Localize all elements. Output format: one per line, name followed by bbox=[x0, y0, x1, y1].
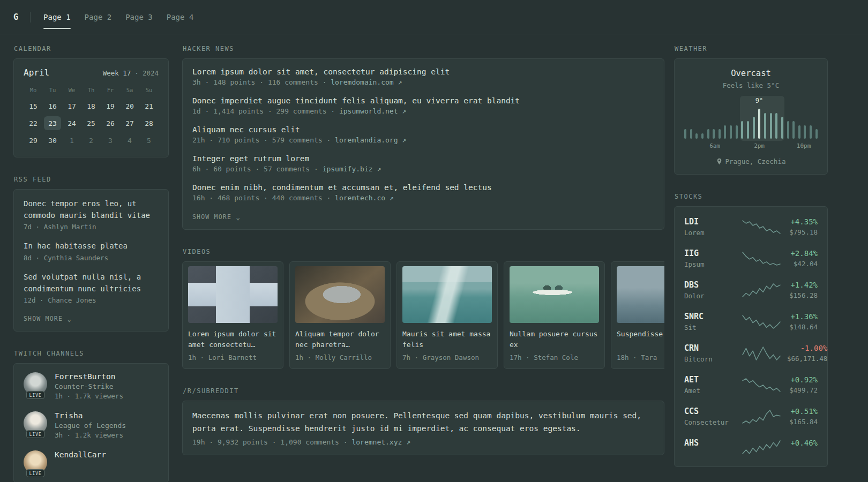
twitch-channel-row[interactable]: LIVE ForrestBurton Counter-Strike 1h · 1… bbox=[24, 372, 159, 400]
hackernews-item-title[interactable]: Lorem ipsum dolor sit amet, consectetur … bbox=[192, 67, 654, 76]
stock-ticker[interactable]: IIG bbox=[684, 248, 736, 258]
subreddit-card: Maecenas mollis pulvinar erat non posuer… bbox=[182, 401, 664, 455]
domain-label: loremtech.co bbox=[335, 194, 385, 202]
hackernews-widget: HACKER NEWS Lorem ipsum dolor sit amet, … bbox=[182, 45, 664, 230]
stock-values: +1.36% $148.64 bbox=[787, 312, 818, 331]
hackernews-item: Donec enim nibh, condimentum et accumsan… bbox=[192, 183, 654, 202]
hackernews-item-title[interactable]: Donec enim nibh, condimentum et accumsan… bbox=[192, 183, 654, 192]
calendar-day-number: 21 bbox=[140, 99, 158, 113]
calendar-day: 26 bbox=[101, 115, 120, 131]
weather-hour-bar bbox=[787, 121, 789, 139]
hackernews-item-title[interactable]: Integer eget rutrum lorem bbox=[192, 154, 654, 163]
hackernews-item-stats: 16h · 468 points · 440 comments · bbox=[192, 194, 331, 202]
twitch-channel-name[interactable]: Trisha bbox=[55, 411, 126, 420]
hackernews-item-domain[interactable]: ipsumify.biz ↗ bbox=[323, 165, 381, 173]
stock-identity: SNRC Sit bbox=[684, 312, 736, 332]
rss-item-title[interactable]: In hac habitasse platea bbox=[24, 242, 128, 250]
weekday-header: Th bbox=[81, 87, 101, 93]
subreddit-post: Maecenas mollis pulvinar erat non posuer… bbox=[192, 410, 654, 446]
stock-name: Bitcorn bbox=[684, 355, 736, 363]
video-title[interactable]: Mauris sit amet massa felis bbox=[402, 329, 492, 350]
calendar-day-number: 25 bbox=[83, 116, 100, 130]
hackernews-item-domain[interactable]: loremdomain.com ↗ bbox=[331, 78, 402, 86]
video-card[interactable]: Suspendisse diam 18h · Tara bbox=[611, 261, 664, 369]
calendar-card: April Week 17 · 2024 Mo Tu We bbox=[13, 58, 169, 157]
stock-ticker[interactable]: SNRC bbox=[684, 312, 736, 321]
calendar-week-year: Week 17 · 2024 bbox=[103, 69, 159, 77]
stock-change: +4.35% bbox=[787, 217, 818, 226]
video-title[interactable]: Nullam posuere cursus ex bbox=[510, 329, 599, 350]
external-link-icon: ↗ bbox=[402, 107, 406, 115]
twitch-channel-row[interactable]: LIVE Trisha League of Legends 3h · 1.2k … bbox=[24, 411, 159, 439]
stock-identity: CCS Consectetur bbox=[684, 406, 736, 426]
weather-hour-bar bbox=[764, 113, 766, 139]
hackernews-item-title[interactable]: Donec imperdiet augue tincidunt felis al… bbox=[192, 96, 654, 105]
stock-ticker[interactable]: AHS bbox=[684, 438, 736, 448]
weather-hour-bar bbox=[736, 125, 738, 139]
twitch-channel-info: Trisha League of Legends 3h · 1.2k viewe… bbox=[55, 411, 126, 439]
stock-price: $148.64 bbox=[787, 323, 818, 331]
subreddit-post-title[interactable]: Maecenas mollis pulvinar erat non posuer… bbox=[192, 410, 654, 435]
hackernews-item-domain[interactable]: loremlandia.org ↗ bbox=[335, 136, 406, 144]
stock-sparkline bbox=[741, 345, 782, 362]
hackernews-item-stats: 1d · 1,414 points · 299 comments · bbox=[192, 107, 335, 115]
stock-ticker[interactable]: CCS bbox=[684, 406, 736, 416]
video-thumbnail bbox=[295, 266, 385, 323]
calendar-day: 17 bbox=[62, 98, 81, 114]
video-card[interactable]: Mauris sit amet massa felis 7h · Grayson… bbox=[396, 261, 498, 369]
twitch-channel-name[interactable]: ForrestBurton bbox=[55, 372, 123, 381]
rss-show-more-button[interactable]: SHOW MORE ⌄ bbox=[24, 315, 72, 322]
calendar-day: 2 bbox=[81, 132, 101, 148]
hackernews-item-title[interactable]: Aliquam nec cursus elit bbox=[192, 125, 654, 134]
video-card[interactable]: Lorem ipsum dolor sit amet consectetu… 1… bbox=[182, 261, 283, 369]
video-thumbnail bbox=[402, 266, 492, 323]
twitch-channel-row[interactable]: LIVE KendallCarr bbox=[24, 450, 159, 474]
weather-time-label: 10pm bbox=[797, 142, 811, 149]
hackernews-item-domain[interactable]: ipsumworld.net ↗ bbox=[339, 107, 406, 115]
rss-item-title[interactable]: Donec tempor eros leo, ut commodo mauris… bbox=[24, 199, 150, 220]
hackernews-item-meta: 6h · 60 points · 57 comments · ipsumify.… bbox=[192, 165, 654, 173]
video-card[interactable]: Nullam posuere cursus ex 17h · Stefan Co… bbox=[504, 261, 605, 369]
calendar-day: 20 bbox=[120, 98, 139, 114]
video-title[interactable]: Lorem ipsum dolor sit amet consectetu… bbox=[188, 329, 278, 350]
calendar-day: 19 bbox=[101, 98, 120, 114]
calendar-day: 23 bbox=[43, 115, 62, 131]
stock-ticker[interactable]: AET bbox=[684, 375, 736, 385]
stock-values: +2.84% $42.04 bbox=[787, 249, 818, 268]
subreddit-post-domain[interactable]: loremnet.xyz ↗ bbox=[351, 438, 410, 446]
video-title[interactable]: Aliquam tempor dolor nec pharetra… bbox=[295, 329, 385, 350]
video-thumbnail bbox=[188, 266, 278, 323]
hackernews-show-more-button[interactable]: SHOW MORE ⌄ bbox=[192, 213, 241, 221]
stocks-widget: STOCKS LDI Lorem +4.35% $795.18 bbox=[674, 193, 828, 467]
stock-sparkline bbox=[741, 219, 782, 235]
stock-ticker[interactable]: DBS bbox=[684, 280, 736, 290]
video-meta: 7h · Grayson Dawson bbox=[402, 353, 492, 362]
page-tab[interactable]: Page 2 bbox=[85, 0, 112, 34]
page-tab[interactable]: Page 1 bbox=[43, 0, 71, 34]
video-title[interactable]: Suspendisse diam bbox=[617, 329, 664, 340]
app-logo[interactable]: G bbox=[13, 12, 18, 22]
stock-sparkline bbox=[741, 251, 782, 267]
page-tab[interactable]: Page 4 bbox=[167, 0, 194, 34]
stock-ticker[interactable]: CRN bbox=[684, 343, 736, 353]
weather-condition: Overcast bbox=[684, 69, 818, 78]
calendar-day-number: 29 bbox=[25, 133, 42, 147]
stock-name: Dolor bbox=[684, 292, 736, 300]
stock-ticker[interactable]: LDI bbox=[684, 217, 736, 227]
stock-change: +2.84% bbox=[787, 249, 818, 258]
rss-item-title[interactable]: Sed volutpat nulla nisl, a condimentum n… bbox=[24, 273, 141, 293]
stock-row: CCS Consectetur +0.51% $165.84 bbox=[684, 401, 818, 432]
twitch-channel-name[interactable]: KendallCarr bbox=[55, 450, 106, 459]
hackernews-item-domain[interactable]: loremtech.co ↗ bbox=[335, 194, 394, 202]
video-card[interactable]: Aliquam tempor dolor nec pharetra… 1h · … bbox=[289, 261, 391, 369]
domain-label: loremdomain.com bbox=[331, 78, 393, 86]
weather-hour-bar bbox=[684, 129, 686, 139]
subreddit-section-title: /R/SUBREDDIT bbox=[183, 387, 664, 395]
page-tab[interactable]: Page 3 bbox=[125, 0, 153, 34]
calendar-day: 5 bbox=[139, 132, 159, 148]
external-link-icon: ↗ bbox=[402, 136, 406, 144]
calendar-day-number: 28 bbox=[140, 116, 158, 130]
hackernews-item: Donec imperdiet augue tincidunt felis al… bbox=[192, 96, 654, 115]
right-column: WEATHER Overcast Feels like 5°C 9°6am2pm… bbox=[674, 45, 828, 482]
calendar-day: 3 bbox=[101, 132, 120, 148]
